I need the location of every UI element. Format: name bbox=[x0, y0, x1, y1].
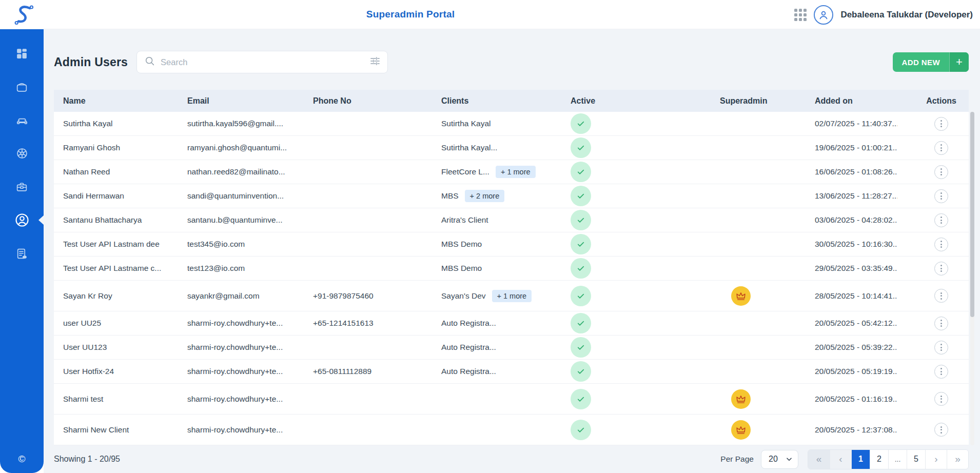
active-check-icon bbox=[571, 234, 591, 254]
row-actions-menu-button[interactable] bbox=[934, 289, 948, 303]
first-page-button[interactable]: « bbox=[808, 450, 830, 469]
cell-actions bbox=[897, 160, 969, 184]
active-check-icon bbox=[571, 137, 591, 158]
next-page-button[interactable]: › bbox=[925, 450, 947, 469]
sidebar-item-container[interactable] bbox=[0, 80, 44, 93]
per-page-select[interactable]: 20 bbox=[761, 450, 798, 469]
cell-name: Sharmi test bbox=[54, 384, 178, 414]
column-header-superadmin: Superadmin bbox=[702, 90, 800, 112]
cell-superadmin bbox=[702, 415, 800, 445]
app-title: Superadmin Portal bbox=[366, 9, 455, 20]
cell-phone bbox=[304, 184, 432, 208]
search-input[interactable] bbox=[161, 57, 369, 67]
client-name: Auto Registra... bbox=[441, 343, 496, 352]
row-actions-menu-button[interactable] bbox=[934, 165, 948, 179]
cell-added-on: 20/05/2025 - 01:16:19... bbox=[800, 384, 897, 414]
pagination-ellipsis: ... bbox=[888, 450, 907, 469]
row-actions-menu-button[interactable] bbox=[934, 238, 948, 251]
row-actions-menu-button[interactable] bbox=[934, 262, 948, 275]
sidebar-item-toolbox[interactable] bbox=[0, 180, 44, 193]
cell-phone bbox=[304, 384, 432, 414]
cell-name: Sandi Hermawan bbox=[54, 184, 178, 208]
row-actions-menu-button[interactable] bbox=[934, 423, 948, 437]
table-row: User Hotfix-24 sharmi-roy.chowdhury+te..… bbox=[54, 360, 969, 384]
client-name: Auto Registra... bbox=[441, 367, 496, 376]
row-actions-menu-button[interactable] bbox=[934, 117, 948, 131]
table-row: Sharmi test sharmi-roy.chowdhury+te... 2… bbox=[54, 384, 969, 415]
vertical-scrollbar[interactable] bbox=[970, 112, 974, 445]
cell-phone: +91-9879875460 bbox=[304, 281, 432, 311]
active-check-icon bbox=[571, 162, 591, 182]
table-footer: Showing 1 - 20/95 Per Page 20 « ‹ 1 2 ..… bbox=[44, 445, 980, 473]
per-page-value: 20 bbox=[769, 455, 778, 464]
cell-added-on: 20/05/2025 - 05:42:12... bbox=[800, 311, 897, 335]
cell-active bbox=[551, 415, 702, 445]
page-button-5[interactable]: 5 bbox=[907, 450, 925, 469]
row-actions-menu-button[interactable] bbox=[934, 141, 948, 155]
page-button-1[interactable]: 1 bbox=[851, 450, 870, 469]
scrollbar-thumb[interactable] bbox=[970, 112, 974, 317]
cell-clients: Sutirtha Kayal bbox=[432, 112, 551, 135]
more-clients-badge[interactable]: + 2 more bbox=[465, 190, 505, 202]
column-header-email: Email bbox=[178, 90, 304, 112]
table-row: Ramyani Ghosh ramyani.ghosh@quantumi... … bbox=[54, 136, 969, 160]
cell-clients: MBS Demo bbox=[432, 257, 551, 280]
table-row: Sayan Kr Roy sayankr@gmail.com +91-98798… bbox=[54, 281, 969, 311]
row-actions-menu-button[interactable] bbox=[934, 213, 948, 227]
row-actions-menu-button[interactable] bbox=[934, 365, 948, 379]
cell-active bbox=[551, 184, 702, 208]
cell-name: User Hotfix-24 bbox=[54, 360, 178, 383]
sidebar-item-vehicle[interactable] bbox=[0, 113, 44, 127]
cell-actions bbox=[897, 311, 969, 335]
cell-clients: Auto Registra... bbox=[432, 311, 551, 335]
filter-sliders-icon[interactable] bbox=[369, 55, 381, 69]
row-actions-menu-button[interactable] bbox=[934, 317, 948, 330]
cell-phone bbox=[304, 257, 432, 280]
cell-clients: Auto Registra... bbox=[432, 360, 551, 383]
table-row: User UU123 sharmi-roy.chowdhury+te... Au… bbox=[54, 336, 969, 360]
cell-phone: +65-0811112889 bbox=[304, 360, 432, 383]
cell-added-on: 30/05/2025 - 10:16:30... bbox=[800, 232, 897, 256]
column-header-clients: Clients bbox=[432, 90, 551, 112]
cell-superadmin bbox=[702, 112, 800, 135]
main-content: Admin Users ADD NEW + bbox=[44, 29, 980, 473]
sidebar-item-dashboard[interactable] bbox=[0, 47, 44, 60]
user-avatar[interactable] bbox=[814, 5, 833, 25]
search-icon bbox=[144, 55, 155, 69]
footer-right-cluster: Per Page 20 « ‹ 1 2 ... 5 › » bbox=[720, 449, 969, 469]
cell-email: sharmi-roy.chowdhury+te... bbox=[178, 415, 304, 445]
more-clients-badge[interactable]: + 1 more bbox=[492, 290, 532, 302]
showing-count: Showing 1 - 20/95 bbox=[54, 455, 120, 464]
sidebar-item-admin-users[interactable] bbox=[0, 213, 44, 227]
apps-grid-icon[interactable] bbox=[794, 9, 807, 21]
cell-superadmin bbox=[702, 360, 800, 383]
cell-clients: Auto Registra... bbox=[432, 336, 551, 359]
page-button-2[interactable]: 2 bbox=[870, 450, 888, 469]
cell-phone bbox=[304, 336, 432, 359]
last-page-button[interactable]: » bbox=[947, 450, 968, 469]
cell-actions bbox=[897, 360, 969, 383]
sidebar-item-wheel[interactable] bbox=[0, 147, 44, 160]
cell-active bbox=[551, 384, 702, 414]
cell-phone bbox=[304, 415, 432, 445]
more-clients-badge[interactable]: + 1 more bbox=[496, 166, 536, 178]
client-name: Sayan's Dev bbox=[441, 291, 486, 301]
cell-added-on: 19/06/2025 - 01:00:21... bbox=[800, 136, 897, 160]
copyright-icon[interactable]: © bbox=[18, 454, 26, 465]
sidebar-item-reports[interactable] bbox=[0, 247, 44, 260]
user-name[interactable]: Debaleena Talukdar (Developer) bbox=[840, 10, 973, 20]
row-actions-menu-button[interactable] bbox=[934, 189, 948, 203]
row-actions-menu-button[interactable] bbox=[934, 341, 948, 354]
cell-clients: MBS Demo bbox=[432, 232, 551, 256]
prev-page-button[interactable]: ‹ bbox=[830, 450, 851, 469]
table-body: Sutirtha Kayal sutirtha.kayal596@gmail..… bbox=[54, 112, 969, 445]
cell-email: sharmi-roy.chowdhury+te... bbox=[178, 384, 304, 414]
add-new-button[interactable]: ADD NEW + bbox=[893, 52, 969, 72]
row-actions-menu-button[interactable] bbox=[934, 392, 948, 406]
cell-actions bbox=[897, 415, 969, 445]
wheel-hub-icon bbox=[15, 147, 29, 160]
cell-name: user UU25 bbox=[54, 311, 178, 335]
client-name: Aritra's Client bbox=[441, 215, 488, 225]
top-header: Superadmin Portal Debaleena Talukdar (De… bbox=[0, 0, 980, 29]
cell-email: sutirtha.kayal596@gmail.... bbox=[178, 112, 304, 135]
